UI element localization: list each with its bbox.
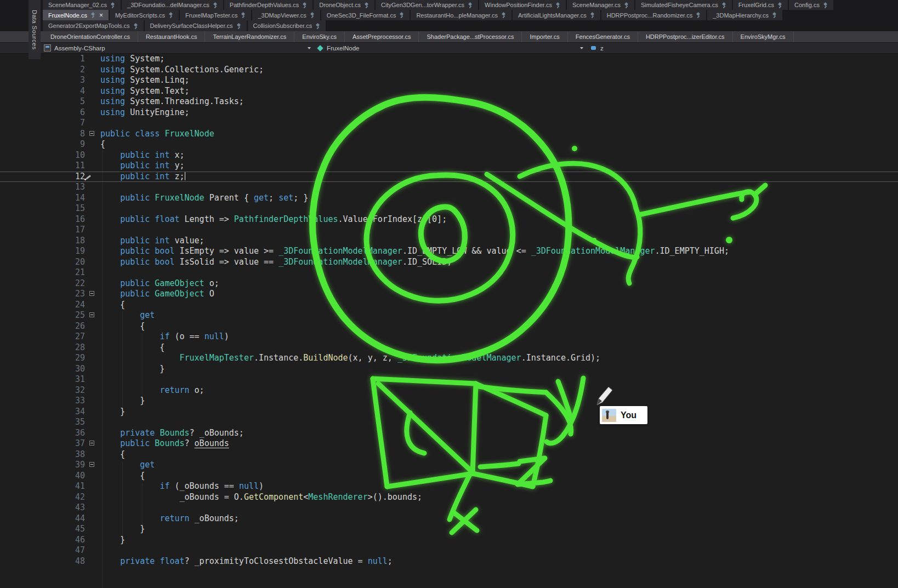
pin-icon[interactable] xyxy=(623,2,629,8)
code-line-42[interactable]: 42 _oBounds = O.GetComponent<MeshRendere… xyxy=(0,492,898,503)
pin-icon[interactable] xyxy=(133,23,138,29)
breadcrumb-project-dropdown[interactable]: Assembly-CSharp xyxy=(44,43,316,53)
chevron-down-icon[interactable] xyxy=(580,47,583,49)
code-line-36[interactable]: 36 private Bounds? _oBounds; xyxy=(0,428,898,439)
code-line-6[interactable]: 6using UnityEngine; xyxy=(0,107,898,118)
file-tab-fruxelmaptester-cs[interactable]: FruxelMapTester.cs xyxy=(180,10,251,20)
code-line-4[interactable]: 4using System.Text; xyxy=(0,86,898,97)
chevron-down-icon[interactable] xyxy=(308,47,311,49)
breadcrumb-member-dropdown[interactable]: z xyxy=(589,43,898,53)
pin-icon[interactable] xyxy=(110,2,115,8)
code-line-7[interactable]: 7 xyxy=(0,118,898,129)
file-tab-envirosky-cs[interactable]: EnviroSky.cs xyxy=(294,31,345,42)
file-tab-citygen3dgen-torwrapper-cs[interactable]: CityGen3DGen...torWrapper.cs xyxy=(376,0,478,10)
pin-icon[interactable] xyxy=(721,2,726,8)
code-line-2[interactable]: 2using System.Collections.Generic; xyxy=(0,65,898,76)
file-tab-collisionsubscriber-cs[interactable]: CollisionSubscriber.cs xyxy=(248,20,326,31)
code-line-32[interactable]: 32 return o; xyxy=(0,385,898,396)
code-line-19[interactable]: 19 public bool IsEmpty => value >= _3DFo… xyxy=(0,246,898,257)
code-line-14[interactable]: 14 public FruxelNode Parent { get; set; … xyxy=(0,193,898,204)
code-line-28[interactable]: 28 { xyxy=(0,342,898,353)
code-line-27[interactable]: 27 if (o == null) xyxy=(0,332,898,342)
code-line-40[interactable]: 40 { xyxy=(0,471,898,482)
breadcrumb-type-dropdown[interactable]: FruxelNode xyxy=(316,43,589,53)
file-tab-generator2exportmaptools-cs[interactable]: Generator2ExportMapTools.cs xyxy=(43,20,144,31)
file-tab-restauranthook-cs[interactable]: RestaurantHook.cs xyxy=(138,31,206,42)
file-tab-importer-cs[interactable]: Importer.cs xyxy=(522,31,567,42)
file-tab-shaderpackage-stprocessor-cs[interactable]: ShaderPackage...stProcessor.cs xyxy=(419,31,522,42)
code-line-38[interactable]: 38 { xyxy=(0,449,898,460)
pin-icon[interactable] xyxy=(363,2,369,8)
fold-toggle-icon[interactable] xyxy=(85,310,100,321)
code-line-5[interactable]: 5using System.Threading.Tasks; xyxy=(0,96,898,107)
code-line-18[interactable]: 18 public int value; xyxy=(0,236,898,247)
file-tab--3dfoundatio-delmanager-cs[interactable]: _3DFoundatio...delManager.cs xyxy=(122,0,223,10)
file-tab-artificiallightsmanager-cs[interactable]: ArtificialLightsManager.cs xyxy=(513,10,600,20)
file-tab--3dmapviewer-cs[interactable]: _3DMapViewer.cs xyxy=(252,10,320,20)
file-tab-pathfinderdepthvalues-cs[interactable]: PathfinderDepthValues.cs xyxy=(224,0,312,10)
pin-icon[interactable] xyxy=(822,2,828,8)
code-line-43[interactable]: 43 xyxy=(0,503,898,513)
file-tab-myeditorscripts-cs[interactable]: MyEditorScripts.cs xyxy=(110,10,179,20)
pin-icon[interactable] xyxy=(240,12,246,18)
code-line-12[interactable]: 12 public int z; xyxy=(0,172,898,182)
file-tab--3dmaphierarchy-cs[interactable]: _3DMapHierarchy.cs xyxy=(707,10,782,20)
pin-icon[interactable] xyxy=(467,2,473,8)
pin-icon[interactable] xyxy=(695,12,701,18)
pin-icon[interactable] xyxy=(168,12,173,18)
file-tab-droneorientationcontroller-cs[interactable]: DroneOrientationController.cs xyxy=(43,31,138,42)
pin-icon[interactable] xyxy=(399,12,404,18)
pin-icon[interactable] xyxy=(212,2,218,8)
code-line-9[interactable]: 9{ xyxy=(0,139,898,150)
code-line-15[interactable]: 15 xyxy=(0,203,898,214)
code-line-48[interactable]: 48 private float? _proximityToClosestObs… xyxy=(0,556,898,567)
pin-icon[interactable] xyxy=(90,12,95,18)
pin-icon[interactable] xyxy=(302,2,307,8)
file-tab-hdrppostproc-izereditor-cs[interactable]: HDRPPostproc...izerEditor.cs xyxy=(638,31,733,42)
pin-icon[interactable] xyxy=(236,23,241,29)
code-editor[interactable]: 1using System;2using System.Collections.… xyxy=(0,54,898,588)
fold-toggle-icon[interactable] xyxy=(85,129,100,140)
file-tab-windowpositionfinder-cs[interactable]: WindowPositionFinder.cs xyxy=(479,0,566,10)
code-line-8[interactable]: 8public class FruxelNode xyxy=(0,129,898,140)
code-line-21[interactable]: 21 xyxy=(0,267,898,278)
code-line-16[interactable]: 16 public float Length => PathfinderDept… xyxy=(0,214,898,225)
code-line-11[interactable]: 11 public int y; xyxy=(0,161,898,172)
code-line-34[interactable]: 34 } xyxy=(0,407,898,418)
file-tab-deliverysurfaceclasshelper-cs[interactable]: DeliverySurfaceClassHelper.cs xyxy=(145,20,247,31)
code-line-29[interactable]: 29 FruxelMapTester.Instance.BuildNode(x,… xyxy=(0,353,898,364)
code-line-17[interactable]: 17 xyxy=(0,225,898,236)
file-tab-fruxelgrid-cs[interactable]: FruxelGrid.cs xyxy=(733,0,788,10)
code-line-26[interactable]: 26 { xyxy=(0,321,898,332)
code-line-44[interactable]: 44 return _oBounds; xyxy=(0,513,898,524)
code-line-46[interactable]: 46 } xyxy=(0,535,898,546)
file-tab-fruxelnode-cs[interactable]: FruxelNode.cs× xyxy=(43,10,109,20)
fold-toggle-icon[interactable] xyxy=(85,289,100,300)
code-line-33[interactable]: 33 } xyxy=(0,396,898,407)
file-tab-assetpreprocessor-cs[interactable]: AssetPreprocessor.cs xyxy=(345,31,419,42)
code-line-45[interactable]: 45 } xyxy=(0,524,898,535)
file-tab-scenemanager-cs[interactable]: SceneManager.cs xyxy=(567,0,634,10)
data-sources-tab[interactable]: Data Sources xyxy=(29,0,41,59)
file-tab-scenemanager-02-cs[interactable]: SceneManager_02.cs xyxy=(43,0,121,10)
code-line-22[interactable]: 22 public GameObject o; xyxy=(0,278,898,289)
code-line-20[interactable]: 20 public bool IsSolid => value == _3DFo… xyxy=(0,257,898,268)
code-line-10[interactable]: 10 public int x; xyxy=(0,150,898,161)
file-tab-simulatedfisheyecamera-cs[interactable]: SimulatedFisheyeCamera.cs xyxy=(635,0,732,10)
pin-icon[interactable] xyxy=(501,12,506,18)
close-icon[interactable]: × xyxy=(99,12,103,19)
file-tab-fencesgenerator-cs[interactable]: FencesGenerator.cs xyxy=(568,31,638,42)
fold-toggle-icon[interactable] xyxy=(85,438,100,449)
file-tab-restaurantho-plemanager-cs[interactable]: RestaurantHo...pleManager.cs xyxy=(411,10,511,20)
code-line-39[interactable]: 39 get xyxy=(0,460,898,471)
file-tab-onesec3d-fileformat-cs[interactable]: OneSec3D_FileFormat.cs xyxy=(321,10,410,20)
code-line-13[interactable]: 13 xyxy=(0,182,898,193)
pin-icon[interactable] xyxy=(555,2,560,8)
code-line-47[interactable]: 47 xyxy=(0,545,898,556)
pin-icon[interactable] xyxy=(315,23,320,29)
pin-icon[interactable] xyxy=(777,2,782,8)
pin-icon[interactable] xyxy=(589,12,595,18)
pin-icon[interactable] xyxy=(771,12,777,18)
code-line-31[interactable]: 31 xyxy=(0,374,898,385)
code-line-23[interactable]: 23 public GameObject O xyxy=(0,289,898,300)
